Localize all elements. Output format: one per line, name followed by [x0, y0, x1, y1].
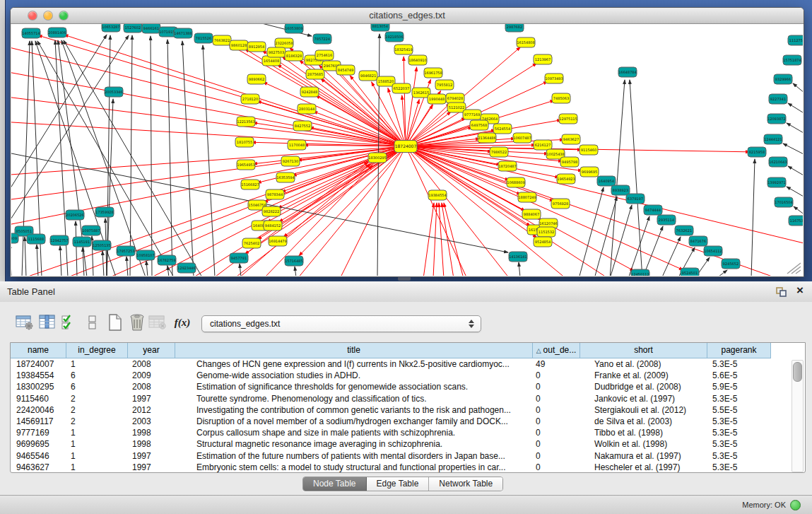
column-header-out_de[interactable]: △out_de... — [533, 343, 580, 358]
table-cell[interactable]: Genome-wide association studies in ADHD. — [175, 370, 533, 381]
table-cell[interactable]: Embryonic stem cells: a model to study s… — [175, 462, 533, 473]
citation-network-graph[interactable]: 1872400776638229860128891295416544089890… — [11, 24, 803, 276]
window-titlebar[interactable]: citations_edges.txt — [11, 8, 804, 24]
table-cell[interactable]: 9777169 — [11, 427, 66, 438]
table-cell[interactable]: 0 — [533, 404, 580, 416]
table-cell[interactable]: 19384554 — [11, 370, 66, 381]
table-cell[interactable]: 0 — [533, 381, 580, 392]
table-cell[interactable]: 2003 — [128, 416, 175, 427]
table-row[interactable]: 1872400712008Changes of HCN gene express… — [11, 358, 804, 370]
table-cell[interactable]: 22420046 — [11, 404, 66, 416]
table-cell[interactable]: Franke et al. (2009) — [580, 370, 707, 381]
table-cell[interactable]: 2012 — [128, 404, 175, 416]
table-cell[interactable]: Tourette syndrome. Phenomenology and cla… — [175, 393, 533, 404]
show-columns-icon[interactable] — [37, 312, 58, 333]
resize-grip-icon[interactable] — [783, 260, 801, 274]
table-cell[interactable]: 1997 — [128, 450, 175, 462]
table-cell[interactable]: Stergiakouli et al. (2012) — [580, 404, 707, 416]
table-mode-icon[interactable] — [14, 312, 35, 333]
close-panel-icon[interactable]: × — [796, 284, 804, 298]
table-selector-combobox[interactable]: citations_edges.txt — [201, 315, 481, 332]
table-cell[interactable]: 2008 — [128, 381, 175, 392]
table-cell[interactable]: 1 — [66, 358, 128, 370]
clear-selection-icon[interactable] — [82, 312, 103, 333]
table-cell[interactable]: 5.9E-5 — [707, 381, 771, 392]
column-header-title[interactable]: title — [175, 343, 533, 358]
table-cell[interactable]: 5.3E-5 — [707, 427, 771, 438]
table-cell[interactable]: 1997 — [128, 393, 175, 404]
table-cell[interactable]: Investigating the contribution of common… — [175, 404, 533, 416]
table-cell[interactable]: 5.5E-5 — [707, 404, 771, 416]
table-cell[interactable]: 14569117 — [11, 416, 66, 427]
table-cell[interactable]: 0 — [533, 462, 580, 473]
table-cell[interactable]: 0 — [533, 416, 580, 427]
table-cell[interactable]: 1998 — [128, 427, 175, 438]
table-row[interactable]: 1830029562008Estimation of significance … — [11, 381, 804, 392]
column-header-name[interactable]: name — [11, 343, 66, 358]
table-cell[interactable]: 6 — [66, 381, 128, 392]
table-row[interactable]: 911546021997Tourette syndrome. Phenomeno… — [11, 393, 804, 404]
create-column-icon[interactable] — [105, 312, 126, 333]
table-cell[interactable]: 5.3E-5 — [707, 450, 771, 462]
tab-network-table[interactable]: Network Table — [429, 477, 502, 491]
table-cell[interactable]: Disruption of a novel member of a sodium… — [175, 416, 533, 427]
tab-edge-table[interactable]: Edge Table — [367, 477, 430, 491]
table-cell[interactable]: Hescheler et al. (1997) — [580, 462, 707, 473]
table-cell[interactable]: 9465546 — [11, 450, 66, 462]
network-canvas[interactable]: 1872400776638229860128891295416544089890… — [11, 24, 803, 276]
table-row[interactable]: 969969511998Structural magnetic resonanc… — [11, 438, 804, 450]
table-cell[interactable]: Jankovic et al. (1997) — [580, 393, 707, 404]
table-cell[interactable]: 2 — [66, 404, 128, 416]
column-header-short[interactable]: short — [580, 343, 707, 358]
table-cell[interactable]: Structural magnetic resonance image aver… — [175, 438, 533, 450]
table-cell[interactable]: 6 — [66, 370, 128, 381]
table-cell[interactable]: 5.3E-5 — [707, 358, 771, 370]
panel-splitter-handle[interactable] — [398, 276, 411, 281]
table-cell[interactable]: Yano et al. (2008) — [580, 358, 707, 370]
table-cell[interactable]: 18724007 — [11, 358, 66, 370]
table-cell[interactable]: 9463627 — [11, 462, 66, 473]
scrollbar-thumb[interactable] — [793, 362, 802, 382]
vertical-scrollbar[interactable] — [792, 360, 804, 472]
table-cell[interactable]: 1998 — [128, 438, 175, 450]
column-header-year[interactable]: year — [128, 343, 175, 358]
table-cell[interactable]: 0 — [533, 370, 580, 381]
table-cell[interactable]: de Silva et al. (2003) — [580, 416, 707, 427]
network-view-window[interactable]: citations_edges.txt 18724007766382298601… — [10, 7, 804, 277]
tab-node-table[interactable]: Node Table — [303, 477, 367, 491]
table-cell[interactable]: 9115460 — [11, 393, 66, 404]
table-cell[interactable]: 9699695 — [11, 438, 66, 450]
table-cell[interactable]: 5.3E-5 — [707, 416, 771, 427]
table-row[interactable]: 1938455462009Genome-wide association stu… — [11, 370, 804, 381]
table-cell[interactable]: 1 — [66, 462, 128, 473]
table-cell[interactable]: 1997 — [128, 462, 175, 473]
table-cell[interactable]: Corpus callosum shape and size in male p… — [175, 427, 533, 438]
table-cell[interactable]: 5.3E-5 — [707, 462, 771, 473]
table-cell[interactable]: 5.3E-5 — [707, 393, 771, 404]
table-row[interactable]: 977716911998Corpus callosum shape and si… — [11, 427, 804, 438]
table-cell[interactable]: Changes of HCN gene expression and I(f) … — [175, 358, 533, 370]
table-cell[interactable]: 2008 — [128, 358, 175, 370]
function-builder-icon[interactable]: f(x) — [172, 312, 193, 333]
table-cell[interactable]: Estimation of the future numbers of pati… — [175, 450, 533, 462]
table-cell[interactable]: 2 — [66, 393, 128, 404]
table-cell[interactable]: 49 — [533, 358, 580, 370]
table-cell[interactable]: 1 — [66, 427, 128, 438]
table-cell[interactable]: 2 — [66, 416, 128, 427]
table-cell[interactable]: 0 — [533, 450, 580, 462]
table-cell[interactable]: 1 — [66, 450, 128, 462]
table-cell[interactable]: 18300295 — [11, 381, 66, 392]
table-row[interactable]: 2242004622012Investigating the contribut… — [11, 404, 804, 416]
table-cell[interactable]: 5.3E-5 — [707, 438, 771, 450]
table-cell[interactable]: Nakamura et al. (1997) — [580, 450, 707, 462]
table-row[interactable]: 1456911722003Disruption of a novel membe… — [11, 416, 804, 427]
table-cell[interactable]: 0 — [533, 427, 580, 438]
table-cell[interactable]: 2009 — [128, 370, 175, 381]
table-cell[interactable]: Tibbo et al. (1998) — [580, 427, 707, 438]
table-cell[interactable]: 1 — [66, 438, 128, 450]
float-panel-icon[interactable] — [775, 286, 787, 298]
table-row[interactable]: 946362711997Embryonic stem cells: a mode… — [11, 462, 804, 473]
table-cell[interactable]: Estimation of significance thresholds fo… — [175, 381, 533, 392]
table-cell[interactable]: 5.6E-5 — [707, 370, 771, 381]
table-cell[interactable]: Wolkin et al. (1998) — [580, 438, 707, 450]
